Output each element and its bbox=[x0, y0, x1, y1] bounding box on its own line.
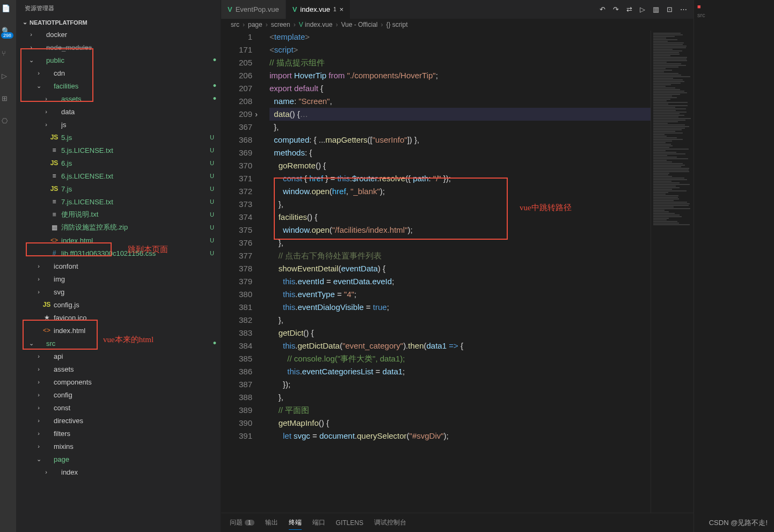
vue-icon: V bbox=[228, 5, 232, 13]
file-tree: ›docker›node_modules⌄public•›cdn⌄facilit… bbox=[16, 28, 221, 532]
panel-tab[interactable]: 终端 bbox=[289, 516, 302, 530]
tree-item[interactable]: ≡5.js.LICENSE.txtU bbox=[16, 144, 221, 157]
tree-item[interactable]: ›api bbox=[16, 350, 221, 363]
files-icon[interactable]: 📄 bbox=[2, 4, 14, 17]
tab-actions: ↶ ↷ ⇄ ▷ ▥ ⊡ ⋯ bbox=[600, 0, 693, 19]
tree-item[interactable]: ›cdn bbox=[16, 66, 221, 79]
tree-item[interactable]: ›const bbox=[16, 401, 221, 414]
tree-item[interactable]: ›node_modules bbox=[16, 41, 221, 54]
code-editor[interactable]: 1171205206207208209367368369370371372373… bbox=[221, 31, 693, 513]
tree-item[interactable]: JS5.jsU bbox=[16, 131, 221, 144]
tree-item[interactable]: #lib.ff031d063300c1021156.cssU bbox=[16, 247, 221, 260]
activity-bar: 📄 298 🔍 ⑂ ▷ ⊞ ⎔ bbox=[0, 0, 16, 532]
code-content[interactable]: <template><script>// 描点提示组件import HoverT… bbox=[259, 31, 651, 513]
minimap[interactable] bbox=[651, 31, 693, 513]
right-panel-label: src bbox=[697, 12, 771, 18]
extensions-icon[interactable]: ⊞ bbox=[2, 94, 14, 107]
history-back-icon[interactable]: ↶ bbox=[600, 5, 605, 13]
run-icon[interactable]: ▷ bbox=[640, 5, 645, 13]
tree-item[interactable]: ›index bbox=[16, 466, 221, 478]
tree-item[interactable]: ≡使用说明.txtU bbox=[16, 208, 221, 221]
panel-tab[interactable]: 调试控制台 bbox=[374, 516, 406, 529]
right-panel: ■ src bbox=[693, 0, 774, 532]
project-header[interactable]: ⌄ NEATIOTPLATFORM bbox=[16, 17, 221, 28]
tree-item[interactable]: ›assets bbox=[16, 363, 221, 375]
vue-icon: V bbox=[293, 5, 297, 13]
tree-item[interactable]: ›directives bbox=[16, 414, 221, 427]
tree-item[interactable]: ›assets• bbox=[16, 92, 221, 105]
split-icon[interactable]: ▥ bbox=[653, 5, 659, 13]
tree-item[interactable]: ›data bbox=[16, 105, 221, 118]
tree-item[interactable]: ›iconfont bbox=[16, 260, 221, 272]
tree-item[interactable]: ≡6.js.LICENSE.txtU bbox=[16, 169, 221, 182]
history-forward-icon[interactable]: ↷ bbox=[613, 5, 619, 13]
explorer-sidebar: 资源管理器 ⌄ NEATIOTPLATFORM ›docker›node_mod… bbox=[16, 0, 221, 532]
tree-item[interactable]: ›components bbox=[16, 375, 221, 388]
annotation-label: 跳到本页面 bbox=[128, 245, 168, 255]
remote-icon[interactable]: ⎔ bbox=[2, 117, 14, 130]
scm-icon[interactable]: ⑂ bbox=[2, 49, 14, 62]
project-name: NEATIOTPLATFORM bbox=[30, 19, 87, 26]
editor-tab[interactable]: Vindex.vue1× bbox=[286, 0, 351, 19]
tree-item[interactable]: ★favicon.ico bbox=[16, 311, 221, 324]
tree-item[interactable]: ⌄public• bbox=[16, 54, 221, 66]
tree-item[interactable]: ⌄facilities• bbox=[16, 79, 221, 92]
watermark: CSDN @见路不走! bbox=[709, 518, 768, 528]
tree-item[interactable]: ⌄page bbox=[16, 453, 221, 466]
explorer-title: 资源管理器 bbox=[16, 0, 221, 17]
annotation-label: vue中跳转路径 bbox=[520, 203, 572, 213]
panel-tab[interactable]: GITLENS bbox=[336, 517, 363, 529]
tree-item[interactable]: JS6.jsU bbox=[16, 157, 221, 169]
tree-item[interactable]: <>index.htmlU bbox=[16, 234, 221, 247]
editor-tab[interactable]: VEventPop.vue bbox=[221, 0, 286, 19]
tree-item[interactable]: JSconfig.js bbox=[16, 298, 221, 311]
bottom-panel: 问题1输出终端端口GITLENS调试控制台 bbox=[221, 513, 693, 532]
scm-badge: 298 bbox=[1, 32, 13, 39]
line-gutter: 1171205206207208209367368369370371372373… bbox=[221, 31, 259, 513]
editor-tabs: VEventPop.vueVindex.vue1× ↶ ↷ ⇄ ▷ ▥ ⊡ ⋯ bbox=[221, 0, 693, 19]
tree-item[interactable]: JS7.jsU bbox=[16, 182, 221, 195]
panel-tab[interactable]: 输出 bbox=[265, 516, 278, 529]
breadcrumb[interactable]: src›page›screen›V index.vue›Vue - Offici… bbox=[221, 19, 693, 31]
panel-tab[interactable]: 端口 bbox=[312, 516, 325, 529]
annotation-label: vue本来的html bbox=[103, 335, 154, 345]
tree-item[interactable]: ›filters bbox=[16, 427, 221, 440]
error-indicator: ■ bbox=[697, 3, 771, 10]
chevron-down-icon: ⌄ bbox=[23, 19, 27, 26]
panel-tab[interactable]: 问题1 bbox=[230, 516, 254, 529]
tree-item[interactable]: ›svg bbox=[16, 285, 221, 298]
tree-item[interactable]: ▦消防设施监控系统.zipU bbox=[16, 221, 221, 234]
editor-area: VEventPop.vueVindex.vue1× ↶ ↷ ⇄ ▷ ▥ ⊡ ⋯ … bbox=[221, 0, 693, 532]
grid-icon[interactable]: ⊡ bbox=[667, 5, 673, 13]
more-icon[interactable]: ⋯ bbox=[680, 5, 687, 13]
tree-item[interactable]: ›mixins bbox=[16, 440, 221, 453]
tree-item[interactable]: ›docker bbox=[16, 28, 221, 41]
close-icon[interactable]: × bbox=[340, 5, 344, 13]
tree-item[interactable]: ≡7.js.LICENSE.txtU bbox=[16, 195, 221, 208]
tree-item[interactable]: ›js bbox=[16, 118, 221, 131]
tree-item[interactable]: ›img bbox=[16, 272, 221, 285]
tree-item[interactable]: ›config bbox=[16, 388, 221, 401]
diff-icon[interactable]: ⇄ bbox=[626, 5, 632, 13]
debug-icon[interactable]: ▷ bbox=[2, 72, 14, 85]
